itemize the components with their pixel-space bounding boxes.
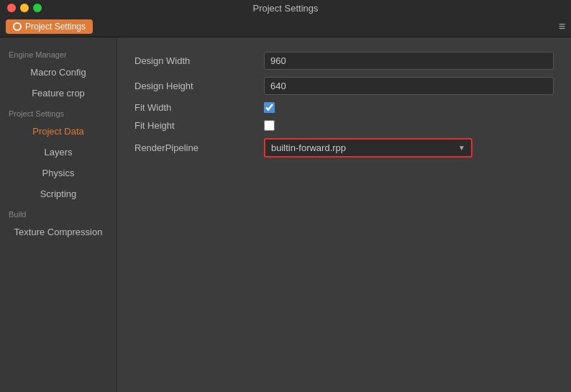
fit-height-label: Fit Height <box>134 120 264 131</box>
design-height-input[interactable] <box>264 77 554 95</box>
tab-icon <box>13 22 22 31</box>
sidebar-item-texture-compression[interactable]: Texture Compression <box>0 222 117 242</box>
menu-icon[interactable]: ≡ <box>559 20 565 33</box>
dropdown-arrow-icon: ▼ <box>458 144 465 152</box>
main-layout: Engine Manager Macro Config Feature crop… <box>0 37 571 392</box>
sidebar-item-feature-crop[interactable]: Feature crop <box>0 83 117 104</box>
traffic-lights <box>7 4 42 12</box>
render-pipeline-value: builtin-forward.rpp <box>271 142 346 153</box>
design-width-input[interactable] <box>264 52 554 70</box>
sidebar: Engine Manager Macro Config Feature crop… <box>0 37 117 392</box>
design-height-row: Design Height <box>134 77 554 95</box>
minimize-button[interactable] <box>20 4 29 12</box>
tabbar: Project Settings ≡ <box>0 16 571 37</box>
design-height-label: Design Height <box>134 81 264 91</box>
sidebar-item-scripting[interactable]: Scripting <box>0 183 117 204</box>
content-area: Design Width Design Height Fit Width Fit… <box>117 37 571 392</box>
fit-height-checkbox-wrap <box>264 120 275 131</box>
render-pipeline-dropdown[interactable]: builtin-forward.rpp ▼ <box>264 138 472 158</box>
window-title: Project Settings <box>252 3 318 14</box>
fit-width-row: Fit Width <box>134 102 554 113</box>
build-label: Build <box>0 204 117 222</box>
close-button[interactable] <box>7 4 16 12</box>
render-pipeline-row: RenderPipeline builtin-forward.rpp ▼ <box>134 138 554 158</box>
sidebar-item-layers[interactable]: Layers <box>0 142 117 163</box>
fit-width-label: Fit Width <box>134 102 264 113</box>
fit-width-checkbox-wrap <box>264 102 275 113</box>
active-tab[interactable]: Project Settings <box>6 19 93 34</box>
active-tab-label: Project Settings <box>25 22 86 32</box>
sidebar-item-macro-config[interactable]: Macro Config <box>0 62 117 83</box>
fit-width-checkbox[interactable] <box>264 102 275 113</box>
sidebar-item-project-data[interactable]: Project Data <box>0 121 117 142</box>
design-width-label: Design Width <box>134 55 264 66</box>
titlebar: Project Settings <box>0 0 571 16</box>
maximize-button[interactable] <box>33 4 42 12</box>
project-settings-label: Project Settings <box>0 104 117 121</box>
design-width-row: Design Width <box>134 52 554 70</box>
render-pipeline-label: RenderPipeline <box>134 142 264 153</box>
fit-height-checkbox[interactable] <box>264 120 275 131</box>
engine-manager-label: Engine Manager <box>0 45 117 62</box>
sidebar-item-physics[interactable]: Physics <box>0 163 117 183</box>
fit-height-row: Fit Height <box>134 120 554 131</box>
